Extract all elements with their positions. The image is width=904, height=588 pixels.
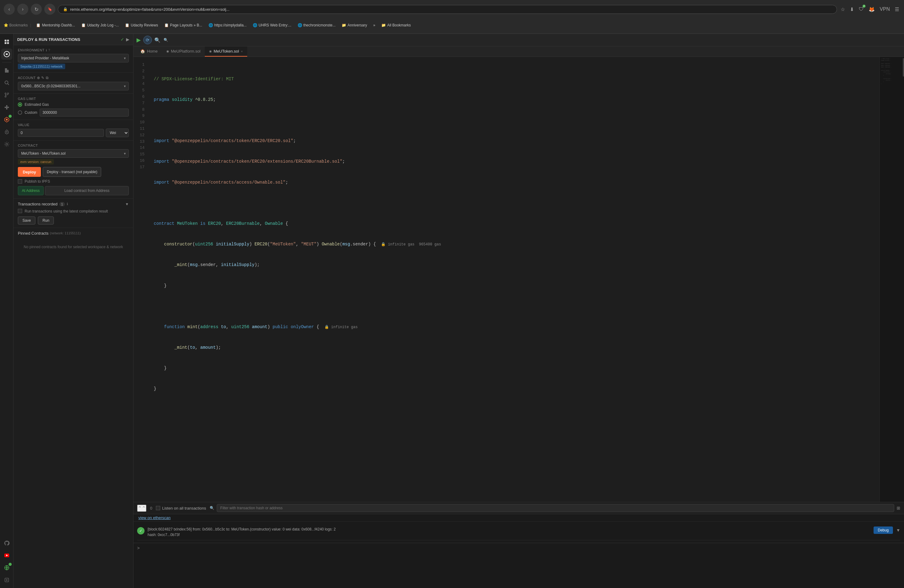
listen-transactions-row: Listen on all transactions [156,506,206,511]
menu-btn[interactable]: ☰ [893,5,900,14]
bookmark-all[interactable]: 📁All Bookmarks [379,22,413,28]
line-num-5: 5 [133,87,144,94]
filter-icon[interactable]: ⊞ [897,506,900,511]
zoom-out-icon[interactable]: 🔍 [163,37,169,43]
pinned-network: (network: 11155111) [50,231,81,235]
gas-limit-section: GAS LIMIT Estimated Gas Custom [14,94,133,120]
contract-select-wrapper: MeUToken - MeUToken.sol ▼ [18,149,129,158]
run-button-top[interactable]: ▶ [136,36,141,44]
back-button[interactable]: ‹ [4,4,15,15]
forward-button[interactable]: › [17,4,28,15]
check-icon[interactable]: ✓ [120,37,124,42]
environment-info-icon[interactable]: ℹ [46,49,47,52]
tab-meuplatform[interactable]: ◉ MeUPlatform.sol [162,46,205,57]
download-button[interactable]: ⬇ [849,5,855,14]
collapse-button[interactable]: ⌃⌃ [137,505,146,512]
run-transactions-row: Run transactions using the latest compil… [18,209,129,214]
bookmark-button[interactable]: 🔖 [44,4,55,15]
deploy-button[interactable]: Deploy [18,167,41,177]
bookmark-mentorship[interactable]: 📋Mentorship Dashb... [33,22,77,28]
sidebar-item-network[interactable] [1,562,12,573]
custom-gas-input[interactable] [40,109,129,117]
editor-tabs: 🏠 Home ◉ MeUPlatform.sol ◉ MeUToken.sol … [133,46,904,57]
at-address-button[interactable]: At Address [18,186,44,195]
reload-button[interactable]: ↻ [31,4,42,15]
sidebar-item-git[interactable] [1,90,12,101]
contract-select[interactable]: MeUToken - MeUToken.sol [18,149,129,158]
code-content[interactable]: // SPDX-License-Identifier: MIT pragma s… [149,57,879,502]
account-select[interactable]: 0x560...B5C3c (0.0284803365301... [18,82,129,90]
stop-button-top[interactable]: ⟳ [143,36,152,44]
sidebar-item-plugin[interactable] [1,574,12,586]
value-input[interactable] [18,129,104,137]
estimated-gas-row: Estimated Gas [18,103,129,107]
environment-select[interactable]: Injected Provider - MetaMask [18,54,129,62]
account-label: ACCOUNT ⊕ ✎ ⧉ [18,76,129,80]
value-unit-select[interactable]: Wei Gwei Finney Ether [106,128,129,137]
bookmark-udacity-reviews[interactable]: 📋Udacity Reviews [122,22,161,28]
filter-input[interactable] [217,504,894,512]
debug-button[interactable]: Debug [874,526,893,534]
bookmark-udacity-job[interactable]: 📋Udacity Job Log -... [79,22,121,28]
code-line-15: } [149,365,879,371]
account-copy-icon[interactable]: ⧉ [46,76,49,80]
log-expand-icon[interactable]: ▼ [896,528,900,533]
sidebar-item-extensions[interactable] [1,102,12,113]
sidebar-item-settings[interactable] [1,139,12,150]
run-button[interactable]: Run [38,217,54,224]
environment-help-icon[interactable]: ? [48,49,50,52]
pinned-section: Pinned Contracts (network: 11155111) No … [14,228,133,259]
sidebar-item-debug[interactable] [1,126,12,138]
sidebar-item-home[interactable] [1,36,12,47]
tab-meutoken[interactable]: ◉ MeUToken.sol × [205,46,247,57]
listen-checkbox[interactable] [156,506,160,510]
code-line-13: function mint(address to, uint256 amount… [149,324,879,330]
expand-icon[interactable]: ▶ [126,37,130,42]
extension-area: 🛡 2 [858,5,865,14]
transactions-info-icon[interactable]: ℹ [67,202,68,206]
custom-gas-radio[interactable] [18,111,22,115]
sidebar-item-github[interactable] [1,537,12,548]
bookmark-page-layouts[interactable]: 📋Page Layouts » B... [162,22,205,28]
custom-gas-row: Custom [18,109,129,117]
bookmark-anniversary[interactable]: 📁Anniversary [339,22,369,28]
publish-checkbox[interactable] [18,179,22,183]
run-transactions-checkbox[interactable] [18,209,22,213]
sidebar-item-deploy[interactable] [1,114,12,125]
sidebar-item-remix[interactable] [1,49,12,60]
metamask-btn[interactable]: 🦊 [868,5,876,14]
star-button[interactable]: ☆ [839,5,846,14]
bookmark-simplydalla[interactable]: 🌐https://simplydalla... [206,22,249,28]
tab-home[interactable]: 🏠 Home [136,46,162,57]
account-plus-icon[interactable]: ⊕ [37,76,40,80]
sidebar-item-search[interactable] [1,77,12,88]
sidebar-item-youtube[interactable] [1,550,12,561]
transactions-header[interactable]: Transactions recorded 1 ℹ ▼ [18,202,129,206]
save-button[interactable]: Save [18,217,35,224]
terminal-input[interactable] [142,546,900,550]
deploy-transact-button[interactable]: Deploy - transact (not payable) [43,167,101,177]
line-num-12: 12 [133,132,144,139]
estimated-gas-radio[interactable] [18,103,22,107]
code-line-9: constructor(uint256 initialSupply) ERC20… [149,241,879,248]
bookmark-more[interactable]: » [371,22,378,28]
load-contract-button[interactable]: Load contract from Address [45,186,129,195]
url-bar[interactable]: 🔒 remix.ethereum.org/#lang=en&optimize=f… [58,5,837,14]
vpn-btn[interactable]: VPN [879,5,891,14]
mini-map-scrollbar[interactable] [903,58,904,77]
etherscan-link[interactable]: view on etherscan [138,515,171,520]
bookmark-uhrs[interactable]: 🌐UHRS Web Entry:... [250,22,294,28]
sidebar-item-files[interactable] [1,65,12,76]
bookmark-chronicmonste[interactable]: 🌐thechronicmonste... [295,22,338,28]
code-line-17 [149,406,879,413]
svg-point-7 [5,93,6,94]
contract-section: CONTRACT MeUToken - MeUToken.sol ▼ evm v… [14,141,133,199]
environment-select-wrapper: Injected Provider - MetaMask ▼ [18,54,129,62]
account-edit-icon[interactable]: ✎ [41,76,44,80]
tab-close-icon[interactable]: × [241,49,243,53]
zoom-in-icon[interactable]: 🔍 [154,36,161,44]
svg-point-18 [6,143,8,145]
line-numbers: 1 2 3 4 5 6 7 8 9 10 11 12 13 14 15 16 1… [133,57,149,502]
bottom-toolbar: ⌃⌃ 0 Listen on all transactions 🔍 ⊞ [133,502,904,514]
transactions-chevron-icon[interactable]: ▼ [125,202,129,206]
